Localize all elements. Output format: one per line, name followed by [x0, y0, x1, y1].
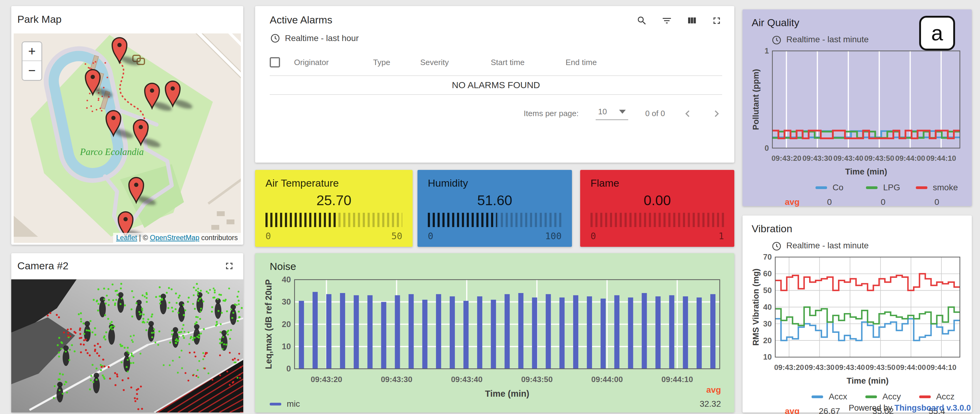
column-header-severity[interactable]: Severity	[420, 58, 491, 67]
clock-icon	[771, 241, 782, 252]
park-map-title: Park Map	[11, 13, 243, 25]
scale-max: 100	[545, 231, 562, 241]
powered-by-footer: Powered by Thingsboard v.3.0.0	[849, 403, 971, 413]
fullscreen-icon[interactable]	[224, 260, 235, 271]
map-zoom-out-button[interactable]: −	[22, 61, 41, 80]
svg-text:Time (min): Time (min)	[845, 167, 887, 176]
vibration-timewindow[interactable]: Realtime - last minute	[771, 240, 964, 252]
svg-text:0: 0	[286, 364, 291, 373]
thingsboard-dashboard: Park Map Parco Ecolandia + − Leaflet | ©…	[0, 0, 980, 414]
accz-legend-dash	[919, 395, 931, 398]
humidity-card: Humidity 51.60 0 100	[417, 170, 572, 247]
camera-title: Camera #2	[18, 260, 68, 272]
map-zoom-in-button[interactable]: +	[22, 42, 41, 61]
legend-item-smoke[interactable]: smoke	[910, 183, 964, 192]
svg-text:40: 40	[282, 275, 291, 284]
legend-item-lpg[interactable]: LPG	[856, 183, 910, 192]
camera-widget: Camera #2	[11, 253, 243, 412]
smoke-avg-value: 0	[910, 197, 964, 207]
avg-label: avg	[752, 197, 803, 207]
clock-icon	[270, 33, 281, 44]
air-quality-chart: 0109:43:2009:43:3009:43:4009:43:5009:44:…	[752, 47, 964, 182]
column-header-end-time[interactable]: End time	[566, 58, 722, 67]
alarms-pagination: Items per page: 10 0 of 0	[270, 107, 722, 120]
filter-icon[interactable]	[661, 15, 672, 26]
co-legend-label: Co	[832, 183, 843, 192]
svg-text:09:43:40: 09:43:40	[451, 375, 482, 384]
legend-item-accy[interactable]: Accy	[856, 392, 910, 401]
map-viewport[interactable]: Parco Ecolandia + − Leaflet | © OpenStre…	[14, 33, 241, 243]
svg-text:40: 40	[763, 303, 772, 311]
humidity-scale: 0 100	[428, 231, 562, 241]
chevron-right-icon[interactable]	[711, 108, 722, 119]
svg-text:09:43:20: 09:43:20	[772, 154, 801, 162]
alarms-title: Active Alarms	[270, 14, 332, 26]
mic-avg-value: 32.32	[700, 399, 721, 409]
svg-text:09:43:40: 09:43:40	[835, 363, 865, 371]
leaflet-link[interactable]: Leaflet	[116, 234, 137, 242]
svg-text:60: 60	[763, 269, 772, 278]
mic-legend-dash	[270, 403, 281, 406]
svg-text:09:43:50: 09:43:50	[864, 154, 894, 162]
alarms-timewindow[interactable]: Realtime - last hour	[270, 33, 722, 44]
noise-widget: Noise 01020304009:43:2009:43:3009:43:400…	[255, 253, 734, 412]
map-zoom-control: + −	[22, 41, 42, 81]
legend-item-mic[interactable]: mic	[270, 399, 300, 409]
svg-text:1: 1	[765, 47, 769, 55]
scale-max: 50	[391, 231, 402, 241]
map-canvas[interactable]: Parco Ecolandia	[14, 33, 241, 237]
page-range-label: 0 of 0	[645, 109, 665, 118]
flame-card: Flame 0.00 0 1	[580, 170, 734, 247]
air-quality-timewindow-label: Realtime - last minute	[786, 35, 869, 44]
active-alarms-widget: Active Alarms Realtime - last hour Origi…	[255, 6, 734, 163]
svg-text:Time (min): Time (min)	[846, 376, 888, 385]
svg-text:20: 20	[763, 336, 772, 345]
clock-icon	[771, 35, 782, 46]
map-place-label: Parco Ecolandia	[80, 146, 144, 157]
caret-down-icon	[619, 110, 626, 114]
co-avg-value: 0	[803, 197, 857, 207]
lpg-avg-value: 0	[856, 197, 910, 207]
vibration-timewindow-label: Realtime - last minute	[786, 241, 869, 251]
camera-feed	[11, 279, 243, 412]
noise-chart-footer: mic avg 32.32	[270, 385, 721, 409]
chevron-left-icon[interactable]	[682, 108, 694, 119]
powered-by-prefix: Powered by	[849, 403, 892, 412]
vibration-chart: 1020304050607009:43:2009:43:3009:43:4009…	[752, 253, 964, 391]
legend-item-accz[interactable]: Accz	[910, 392, 964, 401]
svg-text:09:43:20: 09:43:20	[311, 375, 342, 384]
search-icon[interactable]	[636, 15, 648, 26]
svg-text:Pollutant (ppm): Pollutant (ppm)	[752, 69, 760, 130]
openstreetmap-link[interactable]: OpenStreetMap	[150, 234, 199, 242]
select-all-checkbox[interactable]	[270, 57, 280, 68]
svg-text:09:44:00: 09:44:00	[592, 375, 623, 384]
column-header-type[interactable]: Type	[373, 58, 420, 67]
legend-item-accx[interactable]: Accx	[803, 392, 857, 401]
column-header-originator[interactable]: Originator	[294, 58, 373, 67]
humidity-ticker	[428, 213, 562, 227]
svg-text:10: 10	[763, 352, 772, 361]
fullscreen-icon[interactable]	[711, 15, 722, 26]
items-per-page-select[interactable]: 10	[596, 107, 628, 120]
park-map-widget: Park Map Parco Ecolandia + − Leaflet | ©…	[11, 6, 243, 245]
svg-text:09:43:20: 09:43:20	[774, 363, 804, 371]
column-header-start-time[interactable]: Start time	[491, 58, 566, 67]
svg-text:09:43:30: 09:43:30	[805, 363, 834, 371]
attribution-copyright: ©	[143, 234, 148, 242]
columns-icon[interactable]	[686, 15, 697, 26]
legend-item-co[interactable]: Co	[803, 183, 857, 192]
svg-text:09:43:50: 09:43:50	[521, 375, 553, 384]
smoke-legend-dash	[916, 186, 928, 189]
vibration-widget: Vibration Realtime - last minute 1020304…	[743, 216, 972, 412]
svg-text:50: 50	[763, 286, 772, 295]
axis-labels: 1020304050607009:43:2009:43:3009:43:4009…	[752, 253, 956, 385]
svg-text:70: 70	[763, 253, 772, 261]
svg-text:30: 30	[763, 319, 772, 328]
thingsboard-version-link[interactable]: Thingsboard v.3.0.0	[894, 403, 971, 412]
svg-text:09:43:30: 09:43:30	[802, 154, 832, 162]
scale-min: 0	[266, 231, 271, 241]
accx-legend-label: Accx	[829, 392, 847, 401]
axis-labels: 0109:43:2009:43:3009:43:4009:43:5009:44:…	[752, 47, 956, 176]
accy-legend-label: Accy	[882, 392, 901, 401]
map-attribution: Leaflet | © OpenStreetMap contributors	[113, 233, 241, 243]
